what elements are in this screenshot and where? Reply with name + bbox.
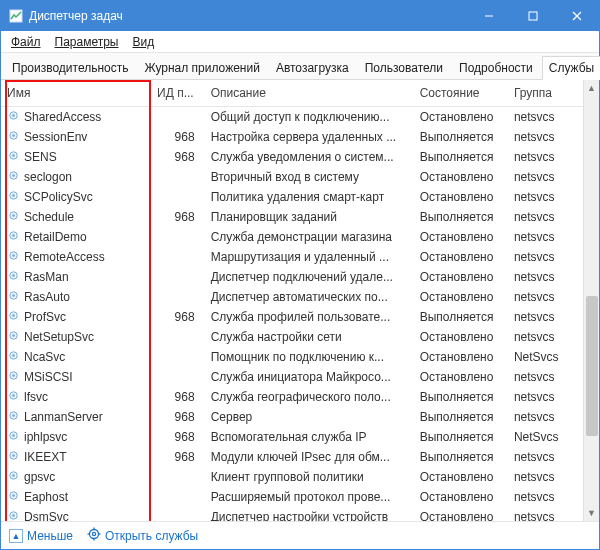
service-icon [7,229,20,245]
service-name: RetailDemo [24,230,87,244]
service-group: netsvcs [508,107,583,128]
service-desc: Сервер [205,407,414,427]
service-pid: 968 [151,127,205,147]
column-header-name[interactable]: Имя [1,80,151,107]
service-desc: Служба профилей пользовате... [205,307,414,327]
app-icon [9,9,23,23]
service-row[interactable]: lfsvc968Служба географического поло...Вы… [1,387,583,407]
svg-point-52 [92,532,95,535]
service-row[interactable]: MSiSCSIСлужба инициатора Майкросо...Оста… [1,367,583,387]
service-group: netsvcs [508,267,583,287]
service-pid [151,287,205,307]
tab-1[interactable]: Журнал приложений [137,56,266,79]
service-icon [7,369,20,385]
tab-3[interactable]: Пользователи [358,56,450,79]
service-pid [151,167,205,187]
service-row[interactable]: SCPolicySvcПолитика удаления смарт-картО… [1,187,583,207]
service-group: netsvcs [508,187,583,207]
column-header-state[interactable]: Состояние [414,80,508,107]
svg-point-32 [12,374,14,376]
service-name: RemoteAccess [24,250,105,264]
service-row[interactable]: ProfSvc968Служба профилей пользовате...В… [1,307,583,327]
vertical-scrollbar[interactable]: ▲ ▼ [583,80,599,521]
service-desc: Вторичный вход в систему [205,167,414,187]
service-row[interactable]: EaphostРасширяемый протокол прове...Оста… [1,487,583,507]
content-area: Имя ИД п... Описание Состояние Группа Sh… [1,80,599,521]
service-state: Выполняется [414,307,508,327]
minimize-button[interactable] [467,1,511,31]
service-row[interactable]: RetailDemoСлужба демонстрации магазинаОс… [1,227,583,247]
menu-view[interactable]: Вид [130,33,156,51]
service-row[interactable]: iphlpsvc968Вспомогательная служба IPВыпо… [1,427,583,447]
service-row[interactable]: SharedAccessОбщий доступ к подключению..… [1,107,583,128]
service-state: Выполняется [414,387,508,407]
svg-point-14 [12,194,14,196]
fewer-details-link[interactable]: ▲ Меньше [9,529,73,543]
service-icon [7,449,20,465]
service-row[interactable]: RasAutoДиспетчер автоматических по...Ост… [1,287,583,307]
service-row[interactable]: IKEEXT968Модули ключей IPsec для обм...В… [1,447,583,467]
service-group: netsvcs [508,327,583,347]
service-icon [7,109,20,125]
service-row[interactable]: LanmanServer968СерверВыполняетсяnetsvcs [1,407,583,427]
service-name: SENS [24,150,57,164]
tab-4[interactable]: Подробности [452,56,540,79]
maximize-button[interactable] [511,1,555,31]
service-group: netsvcs [508,247,583,267]
column-header-pid[interactable]: ИД п... [151,80,205,107]
service-name: SharedAccess [24,110,101,124]
scroll-down-arrow[interactable]: ▼ [584,505,600,521]
menu-file[interactable]: Файл [9,33,43,51]
service-icon [7,149,20,165]
svg-point-8 [12,134,14,136]
chevron-up-icon: ▲ [9,529,23,543]
service-icon [7,509,20,521]
close-button[interactable] [555,1,599,31]
service-row[interactable]: Schedule968Планировщик заданийВыполняетс… [1,207,583,227]
tab-0[interactable]: Производительность [5,56,135,79]
open-services-link[interactable]: Открыть службы [87,527,198,544]
scroll-track[interactable] [584,96,600,505]
service-pid [151,247,205,267]
service-desc: Служба географического поло... [205,387,414,407]
service-pid [151,347,205,367]
service-name: ProfSvc [24,310,66,324]
service-row[interactable]: SENS968Служба уведомления о систем...Вып… [1,147,583,167]
tab-2[interactable]: Автозагрузка [269,56,356,79]
service-pid [151,107,205,128]
service-name: lfsvc [24,390,48,404]
svg-point-46 [12,514,14,516]
scroll-thumb[interactable] [586,296,598,436]
service-name: DsmSvc [24,510,69,521]
service-row[interactable]: DsmSvcДиспетчер настройки устройствОстан… [1,507,583,521]
service-name: RasMan [24,270,69,284]
column-header-group[interactable]: Группа [508,80,583,107]
service-row[interactable]: SessionEnv968Настройка сервера удаленных… [1,127,583,147]
service-row[interactable]: gpsvcКлиент групповой политикиОстановлен… [1,467,583,487]
service-state: Остановлено [414,347,508,367]
svg-point-34 [12,394,14,396]
service-state: Остановлено [414,467,508,487]
service-group: netsvcs [508,507,583,521]
service-group: netsvcs [508,167,583,187]
service-icon [7,169,20,185]
scroll-up-arrow[interactable]: ▲ [584,80,600,96]
service-row[interactable]: seclogonВторичный вход в системуОстановл… [1,167,583,187]
titlebar[interactable]: Диспетчер задач [1,1,599,31]
column-header-desc[interactable]: Описание [205,80,414,107]
service-pid [151,267,205,287]
service-row[interactable]: RemoteAccessМаршрутизация и удаленный ..… [1,247,583,267]
service-icon [7,389,20,405]
service-row[interactable]: RasManДиспетчер подключений удале...Оста… [1,267,583,287]
tab-5[interactable]: Службы [542,56,600,80]
service-group: netsvcs [508,447,583,467]
service-row[interactable]: NetSetupSvcСлужба настройки сетиОстановл… [1,327,583,347]
svg-point-40 [12,454,14,456]
service-state: Остановлено [414,327,508,347]
service-row[interactable]: NcaSvcПомощник по подключению к...Остано… [1,347,583,367]
service-state: Остановлено [414,367,508,387]
service-icon [7,469,20,485]
service-icon [7,289,20,305]
svg-point-38 [12,434,14,436]
menu-options[interactable]: Параметры [53,33,121,51]
